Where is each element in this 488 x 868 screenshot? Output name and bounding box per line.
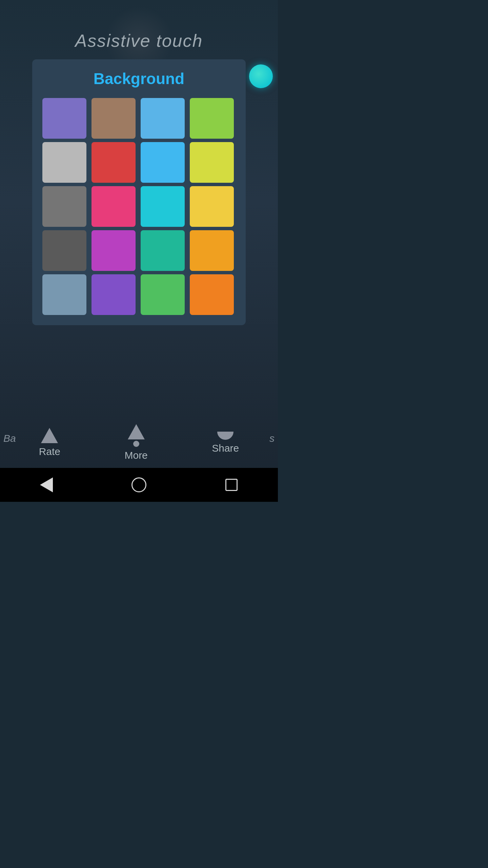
color-swatch-orange[interactable]	[190, 274, 234, 315]
color-swatch-green[interactable]	[141, 274, 185, 315]
color-swatch-violet[interactable]	[92, 274, 136, 315]
cyan-accent-circle[interactable]	[249, 64, 273, 88]
app-title: Assistive touch	[0, 31, 278, 51]
background-dialog: Background	[32, 59, 246, 325]
color-swatch-yellow[interactable]	[190, 186, 234, 227]
color-swatch-sky-blue[interactable]	[141, 142, 185, 183]
color-swatch-teal[interactable]	[141, 230, 185, 271]
color-grid	[39, 98, 239, 315]
color-swatch-brown[interactable]	[92, 98, 136, 139]
rate-label: Rate	[39, 446, 60, 457]
share-icon	[217, 432, 233, 440]
recents-button[interactable]	[221, 475, 242, 495]
more-icon	[128, 424, 145, 447]
rate-icon	[41, 428, 58, 443]
color-swatch-yellow-green[interactable]	[190, 142, 234, 183]
color-swatch-light-blue[interactable]	[141, 98, 185, 139]
color-swatch-slate-blue[interactable]	[42, 274, 86, 315]
nav-rate[interactable]: Rate	[39, 428, 60, 457]
share-label: Share	[212, 442, 239, 454]
color-swatch-lime-green[interactable]	[190, 98, 234, 139]
nav-share[interactable]: Share	[212, 432, 239, 454]
color-swatch-red[interactable]	[92, 142, 136, 183]
dialog-title: Background	[39, 70, 239, 88]
nav-more[interactable]: More	[124, 424, 147, 461]
recents-icon	[225, 479, 238, 491]
more-label: More	[124, 450, 147, 461]
color-swatch-magenta[interactable]	[92, 230, 136, 271]
back-button[interactable]	[36, 475, 57, 495]
color-swatch-purple[interactable]	[42, 98, 86, 139]
color-swatch-charcoal[interactable]	[42, 230, 86, 271]
system-nav-bar	[0, 468, 278, 502]
color-swatch-dark-gray[interactable]	[42, 186, 86, 227]
home-button[interactable]	[129, 475, 149, 495]
back-icon	[40, 477, 53, 492]
color-swatch-pink[interactable]	[92, 186, 136, 227]
color-swatch-amber[interactable]	[190, 230, 234, 271]
color-swatch-light-gray[interactable]	[42, 142, 86, 183]
bottom-navigation: Rate More Share	[0, 424, 278, 461]
home-icon	[131, 477, 146, 492]
color-swatch-cyan[interactable]	[141, 186, 185, 227]
